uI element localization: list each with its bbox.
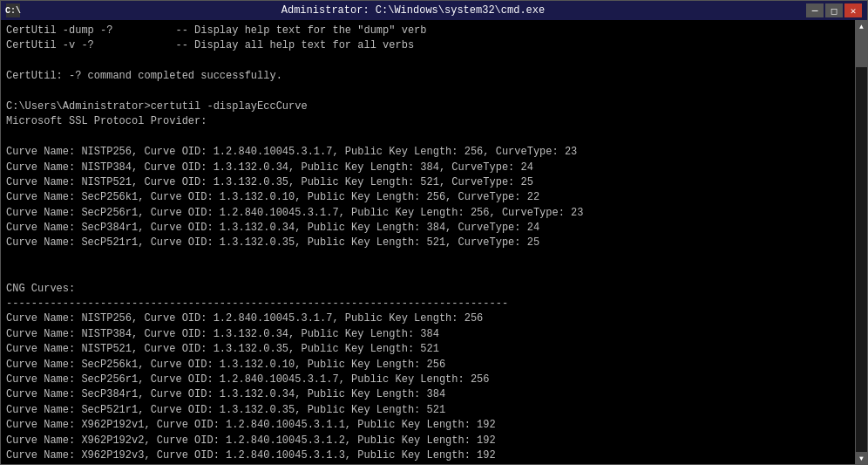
cmd-window: C:\ Administrator: C:\Windows\system32\c… (0, 0, 868, 465)
title-bar: C:\ Administrator: C:\Windows\system32\c… (1, 1, 867, 20)
scroll-down-arrow[interactable]: ▼ (856, 452, 868, 464)
console-area: CertUtil -dump -? -- Display help text f… (1, 20, 867, 464)
title-bar-left: C:\ (6, 3, 20, 17)
restore-button[interactable]: □ (825, 3, 843, 17)
window-controls: ─ □ ✕ (806, 3, 862, 17)
close-button[interactable]: ✕ (844, 3, 862, 17)
console-output[interactable]: CertUtil -dump -? -- Display help text f… (1, 20, 855, 464)
scrollbar[interactable]: ▲ ▼ (855, 20, 867, 464)
scroll-up-arrow[interactable]: ▲ (856, 20, 868, 32)
minimize-button[interactable]: ─ (806, 3, 824, 17)
scrollbar-thumb[interactable] (856, 32, 867, 67)
scrollbar-track[interactable] (856, 32, 867, 452)
cmd-icon: C:\ (6, 3, 20, 17)
title-bar-title: Administrator: C:\Windows\system32\cmd.e… (20, 4, 806, 17)
